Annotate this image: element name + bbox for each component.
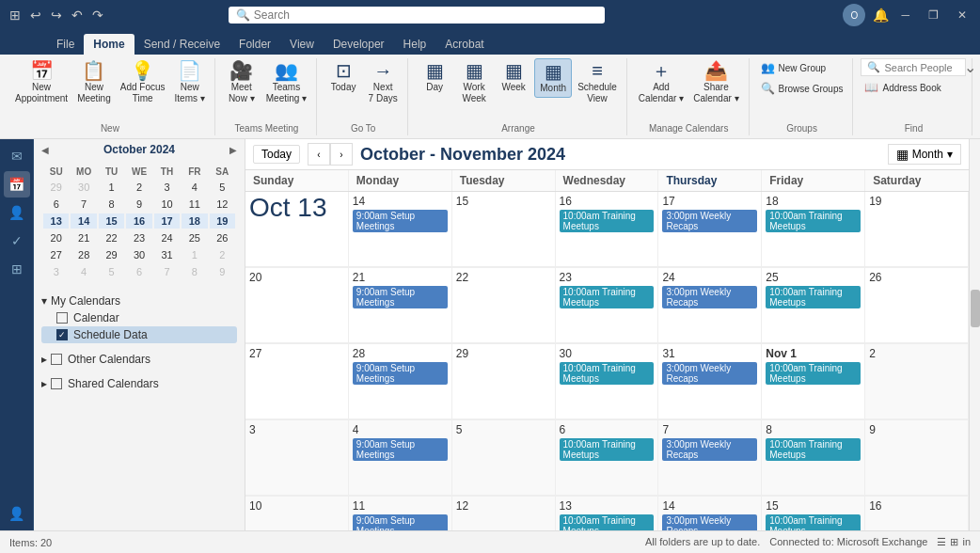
scrollbar[interactable] — [969, 139, 980, 530]
view-selector[interactable]: ▦ Month ▾ — [888, 144, 961, 165]
list-view-icon[interactable]: ☰ — [937, 536, 946, 548]
work-week-button[interactable]: ▦ WorkWeek — [455, 58, 493, 107]
new-group-button[interactable]: 👥 New Group — [757, 58, 847, 77]
search-people-input[interactable] — [884, 62, 959, 73]
mini-cal-cell[interactable]: 9 — [126, 197, 152, 212]
nav-apps[interactable]: ⊞ — [4, 256, 30, 282]
cal-cell-nov15[interactable]: 15 10:00am Training Meetups — [762, 497, 865, 530]
cal-event-setup-meetings[interactable]: 9:00am Setup Meetings — [353, 438, 448, 461]
mini-cal-cell[interactable]: 28 — [71, 247, 97, 262]
cal-cell-nov3[interactable]: 3 — [245, 420, 349, 496]
new-meeting-button[interactable]: 📋 NewMeeting — [73, 58, 115, 107]
cal-event-training[interactable]: 10:00am Training Meetups — [560, 438, 655, 461]
share-calendar-button[interactable]: 📤 ShareCalendar ▾ — [689, 58, 742, 107]
mini-cal-cell[interactable]: 29 — [43, 180, 69, 195]
mini-cal-cell[interactable]: 4 — [71, 264, 97, 279]
grid-view-icon[interactable]: ⊞ — [950, 536, 958, 548]
other-calendars-checkbox[interactable] — [51, 354, 62, 365]
shared-calendars-header[interactable]: ▸ Shared Calendars — [41, 375, 237, 392]
cal-cell-nov9[interactable]: 9 — [865, 420, 969, 496]
mini-cal-cell[interactable]: 1 — [99, 180, 124, 195]
cal-cell-oct17[interactable]: 17 3:00pm Weekly Recaps — [658, 192, 762, 267]
cal-event-weekly-recaps[interactable]: 3:00pm Weekly Recaps — [662, 438, 757, 461]
search-input[interactable] — [254, 8, 597, 22]
mini-cal-cell[interactable]: 27 — [43, 247, 69, 262]
cal-cell-oct24[interactable]: 24 3:00pm Weekly Recaps — [658, 268, 762, 343]
cal-cell-nov4[interactable]: 4 9:00am Setup Meetings — [349, 420, 452, 496]
schedule-view-button[interactable]: ≡ ScheduleView — [574, 58, 621, 107]
calendar-checkbox[interactable] — [56, 312, 68, 324]
cal-cell-nov11[interactable]: 11 9:00am Setup Meetings — [349, 497, 452, 530]
calendar-item-schedule-data[interactable]: ✓ Schedule Data — [41, 326, 237, 343]
mini-cal-cell[interactable]: 3 — [43, 264, 69, 279]
mini-cal-cell[interactable]: 8 — [182, 264, 207, 279]
meet-now-button[interactable]: 🎥 MeetNow ▾ — [223, 58, 261, 107]
cal-cell-nov8[interactable]: 8 10:00am Training Meetups — [762, 420, 865, 496]
add-calendar-button[interactable]: ＋ AddCalendar ▾ — [635, 58, 688, 107]
mini-cal-cell[interactable]: 24 — [154, 230, 180, 245]
linkedin-icon[interactable]: in — [962, 536, 971, 548]
nav-tasks[interactable]: ✓ — [4, 228, 30, 254]
cal-event-weekly-recaps[interactable]: 3:00pm Weekly Recaps — [662, 286, 757, 308]
other-calendars-header[interactable]: ▸ Other Calendars — [41, 351, 237, 368]
tab-view[interactable]: View — [280, 34, 324, 55]
cal-cell-nov14[interactable]: 14 3:00pm Weekly Recaps — [658, 497, 762, 530]
next-7-days-button[interactable]: → Next7 Days — [364, 58, 402, 107]
cal-cell-oct15[interactable]: 15 — [452, 192, 556, 267]
cal-cell-nov13[interactable]: 13 10:00am Training Meetups — [556, 497, 659, 530]
mini-cal-cell[interactable]: 9 — [210, 264, 235, 279]
tab-home[interactable]: Home — [84, 34, 134, 55]
mini-cal-cell[interactable]: 15 — [99, 213, 124, 229]
mini-cal-cell[interactable]: 14 — [71, 213, 97, 229]
cal-event-setup-meetings[interactable]: 9:00am Setup Meetings — [353, 362, 448, 385]
mini-cal-cell[interactable]: 5 — [210, 180, 235, 195]
cal-cell-oct13[interactable]: Oct 13 — [245, 192, 349, 267]
cal-event-training[interactable]: 10:00am Training Meetups — [766, 362, 861, 385]
cal-event-training[interactable]: 10:00am Training Meetups — [766, 210, 861, 232]
cal-cell-oct14[interactable]: 14 9:00am Setup Meetings — [349, 192, 452, 267]
bell-icon[interactable]: 🔔 — [873, 8, 888, 23]
mini-cal-cell[interactable]: 17 — [154, 213, 180, 229]
mini-cal-cell[interactable]: 12 — [210, 197, 235, 212]
mini-cal-cell[interactable]: 5 — [99, 264, 124, 279]
restore-button[interactable]: ❐ — [923, 8, 944, 22]
mini-cal-cell[interactable]: 16 — [126, 213, 152, 229]
mini-cal-cell[interactable]: 18 — [182, 213, 207, 229]
tab-send-receive[interactable]: Send / Receive — [134, 34, 229, 55]
cal-today-button[interactable]: Today — [253, 145, 300, 164]
mini-cal-cell[interactable]: 30 — [126, 247, 152, 262]
cal-cell-nov12[interactable]: 12 — [452, 497, 556, 530]
day-view-button[interactable]: ▦ Day — [416, 58, 453, 96]
mini-cal-cell[interactable]: 4 — [182, 180, 207, 195]
nav-mail[interactable]: ✉ — [4, 143, 30, 169]
cal-cell-oct25[interactable]: 25 10:00am Training Meetups — [762, 268, 865, 343]
cal-event-training[interactable]: 10:00am Training Meetups — [766, 286, 861, 308]
mini-cal-cell[interactable]: 8 — [99, 197, 124, 212]
month-button[interactable]: ▦ Month — [534, 58, 572, 98]
address-book-button[interactable]: 📖 Address Book — [861, 78, 966, 97]
mini-cal-cell[interactable]: 2 — [126, 180, 152, 195]
today-button[interactable]: ⊡ Today — [324, 58, 362, 96]
cal-event-training[interactable]: 10:00am Training Meetups — [766, 438, 861, 461]
nav-people[interactable]: 👤 — [4, 500, 30, 527]
mini-cal-cell[interactable]: 22 — [99, 230, 124, 245]
mini-cal-cell[interactable]: 19 — [210, 213, 235, 229]
cal-event-setup-meetings[interactable]: 9:00am Setup Meetings — [353, 286, 448, 308]
mini-cal-cell[interactable]: 31 — [154, 247, 180, 262]
mini-cal-cell[interactable]: 30 — [71, 180, 97, 195]
cal-event-training[interactable]: 10:00am Training Meetups — [560, 210, 655, 232]
mini-cal-cell[interactable]: 7 — [154, 264, 180, 279]
cal-cell-oct22[interactable]: 22 — [452, 268, 556, 343]
cal-cell-oct31[interactable]: 31 3:00pm Weekly Recaps — [658, 344, 762, 419]
nav-calendar[interactable]: 📅 — [4, 171, 30, 198]
cal-cell-oct23[interactable]: 23 10:00am Training Meetups — [556, 268, 659, 343]
cal-event-training[interactable]: 10:00am Training Meetups — [560, 514, 655, 530]
redo-icon[interactable]: ↷ — [90, 8, 105, 23]
teams-meeting-button[interactable]: 👥 TeamsMeeting ▾ — [262, 58, 310, 107]
mini-cal-cell[interactable]: 6 — [43, 197, 69, 212]
cal-cell-nov6[interactable]: 6 10:00am Training Meetups — [556, 420, 659, 496]
cal-event-weekly-recaps[interactable]: 3:00pm Weekly Recaps — [662, 210, 757, 232]
mini-cal-cell[interactable]: 10 — [154, 197, 180, 212]
add-focus-time-button[interactable]: 💡 Add FocusTime — [117, 58, 169, 107]
my-calendars-header[interactable]: ▾ My Calendars — [41, 292, 237, 309]
